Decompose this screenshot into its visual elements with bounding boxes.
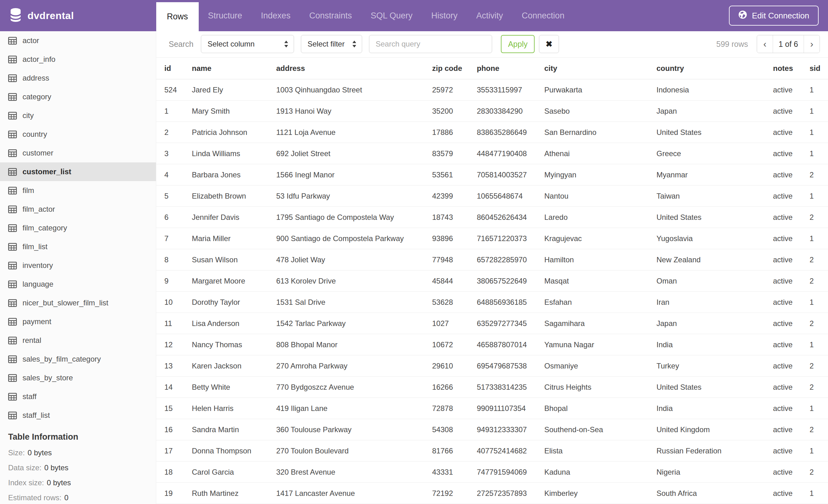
tab-structure[interactable]: Structure <box>199 0 252 31</box>
table-row[interactable]: 1Mary Smith1913 Hanoi Way352002830338429… <box>156 100 828 122</box>
tab-history[interactable]: History <box>422 0 467 31</box>
sidebar-item-film[interactable]: film <box>0 181 156 200</box>
table-icon <box>8 187 17 194</box>
search-label: Search <box>169 40 194 49</box>
table-cell: 380657522649 <box>477 270 544 292</box>
table-row[interactable]: 524Jared Ely1003 Qinhuangdao Street25972… <box>156 79 828 100</box>
sidebar-item-payment[interactable]: payment <box>0 312 156 331</box>
clear-search-button[interactable]: ✖ <box>539 35 559 53</box>
table-cell: India <box>657 398 773 419</box>
column-header-zip-code[interactable]: zip code <box>432 57 477 79</box>
table-row[interactable]: 8Susan Wilson478 Joliet Way7794865728228… <box>156 249 828 270</box>
table-row[interactable]: 2Patricia Johnson1121 Loja Avenue1788683… <box>156 122 828 143</box>
table-information-line: Index size: 0 bytes <box>0 475 156 490</box>
table-cell: 14 <box>156 377 192 398</box>
sidebar-table-label: actor <box>23 36 39 45</box>
edit-connection-button[interactable]: Edit Connection <box>729 6 819 26</box>
sidebar-item-address[interactable]: address <box>0 69 156 87</box>
table-cell: Japan <box>657 100 773 122</box>
sidebar-item-customer[interactable]: customer <box>0 144 156 163</box>
table-row[interactable]: 10Dorothy Taylor1531 Sal Drive5362864885… <box>156 292 828 313</box>
column-header-name[interactable]: name <box>192 57 276 79</box>
table-row[interactable]: 4Barbara Jones1566 Inegl Manor5356170581… <box>156 164 828 185</box>
sidebar-item-sales_by_film_category[interactable]: sales_by_film_category <box>0 350 156 368</box>
table-row[interactable]: 7Maria Miller900 Santiago de Compostela … <box>156 228 828 249</box>
table-cell: 72878 <box>432 398 477 419</box>
table-row[interactable]: 15Helen Harris419 Iligan Lane72878990911… <box>156 398 828 419</box>
sidebar-item-nicer_but_slower_film_list[interactable]: nicer_but_slower_film_list <box>0 293 156 312</box>
table-row[interactable]: 19Ruth Martinez1417 Lancaster Avenue7219… <box>156 483 828 504</box>
table-cell: 81766 <box>432 440 477 462</box>
sidebar-item-staff_list[interactable]: staff_list <box>0 406 156 425</box>
table-row[interactable]: 6Jennifer Davis1795 Santiago de Composte… <box>156 207 828 228</box>
search-query-input[interactable] <box>369 35 492 53</box>
sidebar-item-customer_list[interactable]: customer_list <box>0 163 156 181</box>
table-cell: 1121 Loja Avenue <box>276 122 432 143</box>
table-cell: active <box>773 164 810 185</box>
sidebar-item-inventory[interactable]: inventory <box>0 256 156 275</box>
table-cell: 1 <box>810 79 828 100</box>
table-cell: 10 <box>156 292 192 313</box>
table-row[interactable]: 12Nancy Thomas808 Bhopal Manor1067246588… <box>156 334 828 355</box>
column-header-address[interactable]: address <box>276 57 432 79</box>
table-row[interactable]: 17Donna Thompson270 Toulon Boulevard8176… <box>156 440 828 462</box>
column-header-id[interactable]: id <box>156 57 192 79</box>
previous-page-button[interactable]: ‹ <box>757 35 773 53</box>
sidebar-item-sales_by_store[interactable]: sales_by_store <box>0 368 156 387</box>
table-cell: United States <box>657 122 773 143</box>
table-cell: 1542 Tarlac Parkway <box>276 313 432 334</box>
column-header-sid[interactable]: sid <box>810 57 828 79</box>
table-row[interactable]: 3Linda Williams692 Joliet Street83579448… <box>156 143 828 164</box>
table-cell: 770 Bydgoszcz Avenue <box>276 377 432 398</box>
table-cell: 1 <box>810 398 828 419</box>
table-row[interactable]: 16Sandra Martin360 Toulouse Parkway54308… <box>156 419 828 440</box>
table-cell: United States <box>657 207 773 228</box>
column-select[interactable]: Select column <box>201 35 294 53</box>
sidebar-item-film_actor[interactable]: film_actor <box>0 200 156 219</box>
tab-sql-query[interactable]: SQL Query <box>361 0 422 31</box>
table-icon <box>8 168 17 176</box>
table-cell: 9 <box>156 270 192 292</box>
table-information-value: 0 <box>65 493 69 502</box>
tab-rows[interactable]: Rows <box>156 2 199 31</box>
tab-connection[interactable]: Connection <box>512 0 574 31</box>
column-header-notes[interactable]: notes <box>773 57 810 79</box>
tab-activity[interactable]: Activity <box>467 0 512 31</box>
sidebar-item-film_category[interactable]: film_category <box>0 219 156 237</box>
table-row[interactable]: 5Elizabeth Brown53 Idfu Parkway423991065… <box>156 185 828 207</box>
table-cell: Japan <box>657 313 773 334</box>
table-cell: 2 <box>810 377 828 398</box>
table-row[interactable]: 11Lisa Anderson1542 Tarlac Parkway102763… <box>156 313 828 334</box>
table-row[interactable]: 9Margaret Moore613 Korolev Drive45844380… <box>156 270 828 292</box>
table-cell: 25972 <box>432 79 477 100</box>
table-row[interactable]: 14Betty White770 Bydgoszcz Avenue1626651… <box>156 377 828 398</box>
table-cell: 43331 <box>432 462 477 483</box>
table-cell: Yamuna Nagar <box>544 334 657 355</box>
sidebar-item-city[interactable]: city <box>0 106 156 125</box>
next-page-button[interactable]: › <box>804 35 820 53</box>
table-icon <box>8 112 17 120</box>
column-header-country[interactable]: country <box>657 57 773 79</box>
globe-icon <box>738 10 747 21</box>
table-row[interactable]: 13Karen Jackson270 Amroha Parkway2961069… <box>156 355 828 377</box>
sidebar-item-film_list[interactable]: film_list <box>0 237 156 256</box>
sidebar-item-category[interactable]: category <box>0 87 156 106</box>
column-header-city[interactable]: city <box>544 57 657 79</box>
table-cell: 657282285970 <box>477 249 544 270</box>
table-cell: 17886 <box>432 122 477 143</box>
sidebar-item-language[interactable]: language <box>0 275 156 293</box>
table-cell: Mary Smith <box>192 100 276 122</box>
sidebar-item-actor_info[interactable]: actor_info <box>0 50 156 69</box>
tab-constraints[interactable]: Constraints <box>300 0 362 31</box>
table-cell: 1417 Lancaster Avenue <box>276 483 432 504</box>
tab-indexes[interactable]: Indexes <box>251 0 300 31</box>
table-row[interactable]: 18Carol Garcia320 Brest Avenue4333174779… <box>156 462 828 483</box>
sidebar-item-country[interactable]: country <box>0 125 156 144</box>
filter-select[interactable]: Select filter <box>301 35 362 53</box>
table-cell: 1 <box>810 143 828 164</box>
column-header-phone[interactable]: phone <box>477 57 544 79</box>
apply-button[interactable]: Apply <box>501 35 535 53</box>
sidebar-item-staff[interactable]: staff <box>0 387 156 406</box>
sidebar-item-actor[interactable]: actor <box>0 31 156 50</box>
sidebar-item-rental[interactable]: rental <box>0 331 156 350</box>
